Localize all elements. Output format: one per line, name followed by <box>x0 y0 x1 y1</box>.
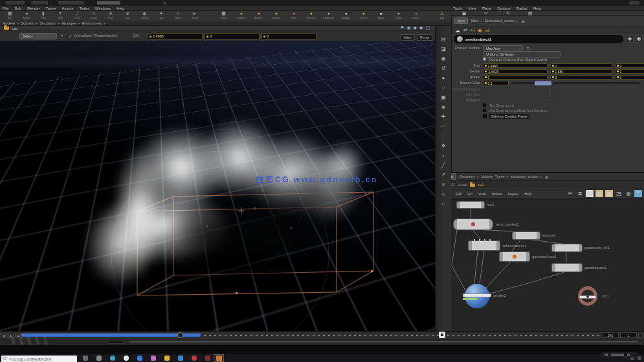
side-toolbar-icon[interactable]: ○ <box>439 83 449 92</box>
network-toolbar-icon[interactable]: ≣ <box>576 190 584 197</box>
shelf-tool[interactable]: ● Debris <box>407 11 425 19</box>
menu-item[interactable]: Edit <box>15 6 21 11</box>
node-name-bar[interactable]: smokeobject1 <box>454 35 623 43</box>
shelf-tab[interactable]: Environment <box>82 21 102 25</box>
shelf-tool[interactable]: ● Volcano <box>302 11 320 19</box>
side-toolbar-icon[interactable]: ⋮ <box>439 132 449 140</box>
side-toolbar-icon[interactable]: ❖ <box>439 142 449 150</box>
camera-pill[interactable]: Persp <box>417 34 432 41</box>
shelf-tool[interactable]: ● Torch <box>285 11 302 19</box>
rotate-z-field[interactable]: 0 <box>615 75 644 80</box>
shelf-tool[interactable]: ╱ Line <box>69 11 85 19</box>
shelf-tool[interactable]: ◉ Camera <box>136 11 153 19</box>
check-icon[interactable]: ✓ <box>69 34 72 38</box>
taskbar-app-icon[interactable] <box>83 356 88 361</box>
menu-item[interactable]: Takes <box>46 6 56 11</box>
side-toolbar-icon[interactable]: ◠ <box>439 122 449 131</box>
shelf-tool[interactable]: ⚠ Lab <box>431 11 453 19</box>
center-x-field[interactable]: -1.5025 <box>483 69 548 74</box>
shelf-tool[interactable]: ● Dry Ice <box>355 11 372 19</box>
checkbox-icon[interactable] <box>483 109 486 112</box>
range-slider-groove[interactable] <box>129 341 638 343</box>
rotate-y-field[interactable]: 0 <box>550 75 612 80</box>
shelf-tab[interactable]: Simulation <box>39 21 56 25</box>
transport-button[interactable]: ◀ <box>1 333 6 338</box>
shelf-tool[interactable]: ● Ocean <box>390 11 407 19</box>
box-midpoint-handle[interactable] <box>236 292 238 294</box>
network-path-text[interactable]: 4 / vel <box>458 183 467 187</box>
taskbar-app-icon[interactable] <box>205 356 210 361</box>
pane-tab[interactable]: pyro <box>454 17 468 24</box>
side-toolbar-icon[interactable]: ● <box>439 74 449 82</box>
node-output[interactable] <box>578 286 597 306</box>
viewport-option-icon[interactable]: ◉ <box>406 25 410 30</box>
shelf-tool[interactable]: ● Explosion <box>320 11 337 19</box>
current-frame-marker[interactable] <box>439 332 445 338</box>
side-toolbar-icon[interactable]: ↺ <box>439 64 449 72</box>
sync-icon[interactable]: ⇄ <box>451 182 455 187</box>
node-null1[interactable] <box>457 202 484 208</box>
transform-field-x[interactable]: 2.4985 <box>148 33 203 39</box>
pin-icon[interactable]: ◉ <box>522 19 525 23</box>
network-menu-item[interactable]: View <box>478 192 486 196</box>
breadcrumb-item[interactable]: Main <box>471 19 482 23</box>
network-toolbar-icon[interactable]: ✂ <box>566 190 574 197</box>
sync-icon[interactable]: ⇄ <box>463 28 467 33</box>
selection-mode-dropdown[interactable]: Select <box>19 33 57 39</box>
shelf-tool[interactable]: ⊕ Null <box>119 11 136 19</box>
network-menu-item[interactable]: Help <box>524 192 531 196</box>
viewport-option-icon[interactable]: ◆ <box>419 25 423 30</box>
breadcrumb-item[interactable]: Geometry <box>460 175 479 178</box>
division-size-slider-track[interactable] <box>511 82 641 84</box>
search-input[interactable] <box>1 356 77 362</box>
shelf-tool[interactable]: ▮ Tube <box>35 11 52 19</box>
transform-field-z[interactable]: 0 <box>261 33 316 39</box>
folder-icon[interactable] <box>470 184 475 187</box>
network-menu-item[interactable]: Layout <box>507 192 518 196</box>
taskbar-app-icon[interactable] <box>124 356 129 361</box>
checkbox-icon[interactable] <box>483 114 487 118</box>
scene-viewport[interactable]: 技艺CG www.qdnxxfb.cn <box>0 41 435 331</box>
version-count[interactable]: 4 ▾ <box>471 28 475 32</box>
window-controls[interactable] <box>629 1 639 5</box>
size-z-field[interactable]: 2 <box>615 63 644 68</box>
menu-item[interactable]: Tasks <box>79 6 89 11</box>
shelf-tool[interactable]: # Grid <box>52 11 69 19</box>
breadcrumb-item[interactable]: explosion_smoke <box>511 175 542 178</box>
side-toolbar-icon[interactable]: ◪ <box>439 45 449 53</box>
taskbar-app-icon[interactable] <box>192 356 197 361</box>
radio-icon[interactable] <box>483 58 486 61</box>
side-toolbar-icon[interactable]: ╱ <box>439 161 449 169</box>
menu-item[interactable]: Help <box>117 6 124 11</box>
menu-item[interactable]: Assets <box>61 6 73 11</box>
shelf-tool[interactable]: ● Sphere <box>18 11 35 19</box>
taskbar-app-icon[interactable] <box>151 356 156 361</box>
taskbar-active-app[interactable] <box>214 354 224 362</box>
breadcrumb-item[interactable]: Volume_Types <box>481 175 508 178</box>
network-menu-item[interactable]: Go <box>467 192 472 196</box>
side-toolbar-icon[interactable]: ◉ <box>439 54 449 63</box>
network-toolbar-icon[interactable]: ◳ <box>615 190 623 197</box>
chevron-down-icon[interactable]: ▾ <box>61 33 63 37</box>
side-toolbar-icon[interactable]: ▤ <box>439 35 449 43</box>
network-toolbar-icon[interactable]: ❞ <box>634 190 642 197</box>
taskbar-app-icon[interactable] <box>137 356 142 361</box>
shelf-tool[interactable]: ▦ Box <box>1 11 18 19</box>
shelf-tab[interactable]: Subnets <box>21 21 34 25</box>
node-gasdisturb[interactable] <box>552 244 582 251</box>
side-toolbar-icon[interactable]: ▣ <box>439 93 449 101</box>
network-menu-item[interactable]: Nodes <box>492 192 502 196</box>
shelf-tool[interactable]: ● Smoke <box>267 11 285 19</box>
frame-end-field[interactable]: 240 <box>602 332 619 338</box>
network-toolbar-icon[interactable]: ▤ <box>586 190 594 197</box>
shelf-tool[interactable]: A Font <box>102 11 119 19</box>
shelf-tool[interactable]: ✦ Light <box>153 11 170 19</box>
network-toolbar-icon[interactable]: ▥ <box>595 190 603 197</box>
shelf-tool[interactable]: ● Billowy <box>337 11 355 19</box>
box-midpoint-handle[interactable] <box>371 270 373 272</box>
shelf-tool[interactable]: ▦ Select <box>215 11 232 19</box>
shelf-tool[interactable]: ● Fireball <box>232 11 250 19</box>
checkbox-icon[interactable] <box>483 103 486 107</box>
side-toolbar-icon[interactable]: ✚ <box>439 112 449 121</box>
stepper-icon[interactable]: ⇅ <box>527 46 530 50</box>
